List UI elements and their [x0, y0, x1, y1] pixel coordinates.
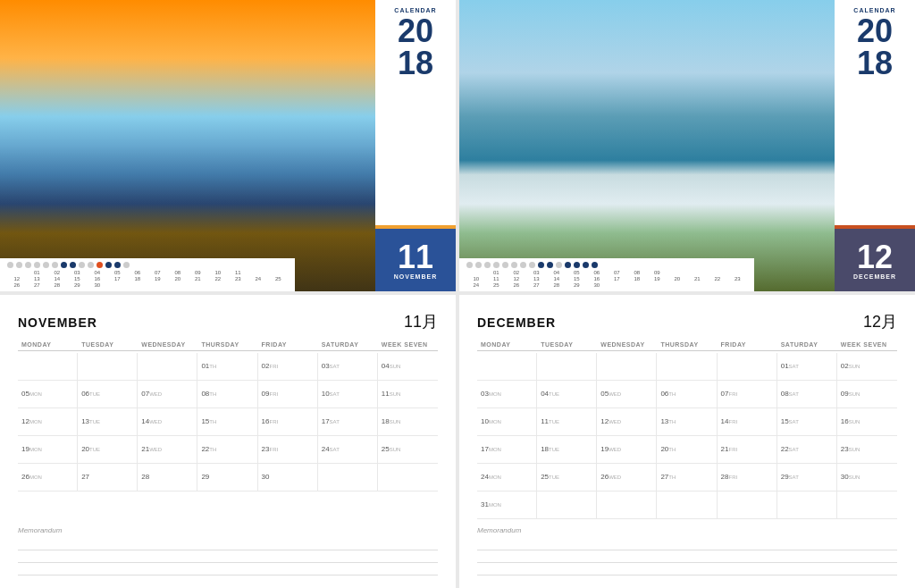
dec-col-mon: MONDAY	[477, 340, 537, 350]
nov-grid: MONDAY TUESDAY WEDNESDAY THURSDAY FRIDAY…	[18, 340, 438, 519]
dec-cell-r6c3	[597, 491, 657, 518]
dec-cell-r2c3: 05WED	[597, 381, 657, 407]
nov-cell-r2c6: 10SAT	[318, 381, 378, 407]
dec-year-top: 20	[857, 15, 893, 47]
nov-title: NOVEMBER	[18, 315, 97, 330]
nov-memo-line-2	[18, 550, 438, 563]
nov-sidebar: CALENDAR 20 18 HAPPY NEW YEAR 11 NOVEMBE…	[375, 0, 456, 291]
ddot-9	[538, 262, 544, 268]
nov-cal-strip: 010203040506 0708091011 12131415161718 1…	[0, 258, 295, 291]
ddot-1	[466, 262, 473, 268]
nov-memo-line-3	[18, 563, 438, 575]
dec-row-5: 24MON 25TUE 26WED 27TH 28FRI 29SAT 30SUN	[477, 464, 897, 491]
sunset-photo	[0, 0, 375, 291]
ddot-4	[493, 262, 499, 268]
nov-top-card: 010203040506 0708091011 12131415161718 1…	[0, 0, 456, 291]
dec-top-card: 010203040506 070809 10111213141516 17181…	[459, 0, 915, 291]
dec-cell-r3c1: 10MON	[477, 408, 537, 435]
dec-month-num: 12	[857, 241, 893, 273]
ddot-3	[484, 262, 491, 268]
dec-cell-r3c7: 16SUN	[837, 408, 897, 435]
dec-grid: MONDAY TUESDAY WEDNESDAY THURSDAY FRIDAY…	[477, 340, 897, 519]
dec-month-jp: 12月	[863, 311, 897, 332]
dec-sidebar: CALENDAR 20 18 HAPPY NEW YEAR 12 DECEMBE…	[835, 0, 915, 291]
ddot-13	[574, 262, 580, 268]
dec-cell-r5c6: 29SAT	[777, 464, 837, 491]
dec-col-wed: WEDNESDAY	[597, 340, 657, 350]
nov-memo-label: Memorandum	[18, 526, 438, 534]
dot-12	[105, 262, 112, 268]
dec-cell-r6c4	[657, 491, 717, 518]
nov-cell-r5c5: 30	[258, 464, 318, 491]
dec-cell-r2c1: 03MON	[477, 381, 537, 407]
dec-cell-r1c1	[477, 353, 537, 380]
dec-year-bot: 18	[857, 47, 893, 80]
dot-4	[34, 262, 40, 268]
dot-3	[25, 262, 31, 268]
nov-year: 20 18	[398, 15, 433, 80]
dec-cell-r5c7: 30SUN	[837, 464, 897, 491]
dec-cell-r3c3: 12WED	[597, 408, 657, 435]
nov-cell-r2c5: 09FRI	[258, 381, 318, 407]
dot-11	[97, 262, 103, 268]
dec-cell-r4c2: 18TUE	[537, 436, 597, 463]
dec-cell-r2c5: 07FRI	[718, 381, 777, 407]
nov-header: NOVEMBER 11月	[18, 311, 438, 332]
dec-cell-r4c7: 23SUN	[837, 436, 897, 463]
nov-cell-r5c4: 29	[197, 464, 257, 491]
ddot-11	[556, 262, 562, 268]
dec-strip-numbers: 010203040506 070809 10111213141516 17181…	[466, 270, 747, 288]
dec-col-sat: SATURDAY	[777, 340, 837, 350]
ddot-6	[511, 262, 517, 268]
dot-13	[114, 262, 121, 268]
nov-cell-r1c2	[78, 353, 138, 380]
dec-col-week: WEEK SEVEN	[837, 340, 897, 350]
dec-cell-r2c4: 06TH	[657, 381, 717, 407]
dec-cell-r1c7: 02SUN	[837, 353, 897, 380]
nov-year-bot: 18	[398, 47, 433, 80]
mountain-photo	[459, 0, 835, 291]
nov-cell-r1c3	[138, 353, 197, 380]
dec-cell-r5c4: 27TH	[657, 464, 717, 491]
nov-cell-r5c6	[318, 464, 378, 491]
dec-memo-label: Memorandum	[477, 526, 897, 534]
dec-cell-r6c5	[718, 491, 777, 518]
ddot-15	[592, 262, 598, 268]
nov-cell-r3c4: 15TH	[197, 408, 257, 435]
nov-col-thu: THURSDAY	[197, 340, 257, 350]
dec-cell-r4c4: 20TH	[657, 436, 717, 463]
dec-cell-r2c2: 04TUE	[537, 381, 597, 407]
dot-7	[61, 262, 67, 268]
nov-cell-r1c5: 02FRI	[258, 353, 318, 380]
nov-col-mon: MONDAY	[18, 340, 78, 350]
nov-month-name: NOVEMBER	[394, 273, 437, 280]
dec-col-tue: TUESDAY	[537, 340, 597, 350]
dot-2	[16, 262, 22, 268]
dec-row-4: 17MON 18TUE 19WED 20TH 21FRI 22SAT 23SUN	[477, 436, 897, 464]
nov-bottom-card: NOVEMBER 11月 MONDAY TUESDAY WEDNESDAY TH…	[0, 295, 456, 588]
nov-col-sat: SATURDAY	[318, 340, 378, 350]
dec-row-2: 03MON 04TUE 05WED 06TH 07FRI 08SAT 09SUN	[477, 381, 897, 408]
nov-cell-r2c3: 07WED	[138, 381, 197, 407]
nov-cell-r1c6: 03SAT	[318, 353, 378, 380]
dec-cell-r4c3: 19WED	[597, 436, 657, 463]
dec-cal-strip: 010203040506 070809 10111213141516 17181…	[459, 258, 754, 291]
nov-month-badge: 11 NOVEMBER	[375, 229, 456, 291]
dec-year: 20 18	[857, 15, 893, 80]
dec-cell-r3c5: 14FRI	[718, 408, 777, 435]
dec-cell-r4c6: 22SAT	[777, 436, 837, 463]
ddot-7	[520, 262, 526, 268]
dec-photo: 010203040506 070809 10111213141516 17181…	[459, 0, 835, 291]
dec-cell-r5c3: 26WED	[597, 464, 657, 491]
dec-memo-line-1	[477, 538, 897, 550]
nov-cell-r3c3: 14WED	[138, 408, 197, 435]
ddot-5	[502, 262, 508, 268]
dec-cell-r2c7: 09SUN	[837, 381, 897, 407]
nov-cell-r5c3: 28	[138, 464, 197, 491]
dec-cell-r2c6: 08SAT	[777, 381, 837, 407]
dec-cell-r6c1: 31MON	[477, 491, 537, 518]
nov-month-jp: 11月	[404, 311, 438, 332]
dot-9	[79, 262, 85, 268]
nov-col-tue: TUESDAY	[78, 340, 138, 350]
dec-cell-r6c7	[837, 491, 897, 518]
